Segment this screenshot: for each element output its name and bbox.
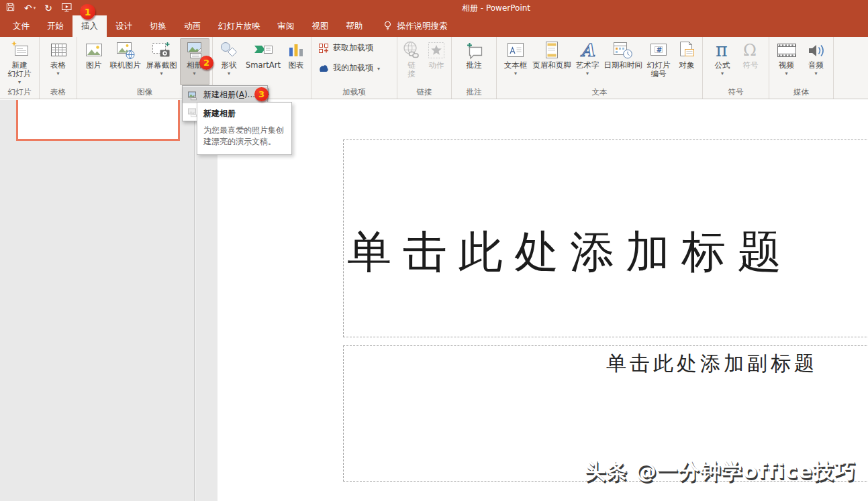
ribbon-tab-row: 文件开始插入设计切换动画幻灯片放映审阅视图帮助 操作说明搜索 (0, 15, 868, 37)
equation-icon: π (712, 40, 733, 61)
ribbon-button-my-addins[interactable]: 我的加载项▾ (318, 62, 380, 74)
tab-review[interactable]: 审阅 (269, 15, 303, 37)
redo-button[interactable]: ↻ (44, 3, 52, 13)
ribbon-button-label: 视频 (779, 61, 794, 70)
tooltip-title: 新建相册 (203, 108, 285, 119)
wordart-icon: A (577, 40, 598, 61)
ribbon-button-pictures[interactable]: 图片 (81, 38, 107, 85)
ribbon-button-label: 艺术字 (576, 61, 599, 70)
group-label-tables: 表格 (40, 87, 77, 97)
ribbon-button-label: 动作 (429, 61, 444, 70)
quick-access-toolbar: ↶▾ ↻ ▾ (5, 1, 84, 14)
action-icon (426, 40, 447, 61)
ribbon-button-action: 动作 (424, 38, 449, 85)
dropdown-caret-icon: ▾ (721, 71, 724, 76)
tab-view[interactable]: 视图 (303, 15, 338, 37)
ribbon-button-shapes[interactable]: 形状▾ (215, 38, 243, 85)
ribbon-button-video[interactable]: 视频▾ (772, 38, 802, 85)
my-addin-icon (318, 63, 329, 74)
ribbon-group-media: 视频▾音频▾媒体 (769, 37, 834, 99)
ribbon-button-label: SmartArt (246, 61, 281, 70)
audio-icon (806, 40, 827, 61)
ribbon-button-label: 页眉和页脚 (532, 61, 571, 70)
annotation-badge-2: 2 (199, 56, 213, 70)
ribbon-button-label: 屏幕截图 (146, 61, 177, 70)
tab-design[interactable]: 设计 (107, 15, 141, 37)
svg-text:#: # (657, 46, 662, 54)
annotation-badge-1: 1 (80, 4, 95, 19)
ribbon-button-audio[interactable]: 音频▾ (802, 38, 831, 85)
ribbon-button-online-pictures[interactable]: 联机图片 (107, 38, 144, 85)
slide-canvas[interactable]: 单击此处添加标题 单击此处添加副标题 (218, 100, 868, 501)
ribbon-group-slides: 新建幻灯片▾幻灯片 (0, 37, 40, 99)
undo-icon: ↶ (24, 3, 32, 13)
ribbon-button-slide-number[interactable]: #幻灯片编号 (643, 38, 674, 85)
online-picture-icon (115, 40, 136, 61)
ribbon-button-equation[interactable]: π公式▾ (708, 38, 737, 85)
svg-text:A: A (580, 40, 595, 60)
tell-me-search[interactable]: 操作说明搜索 (383, 15, 448, 37)
slide-editor-area: 单击此处添加标题 单击此处添加副标题 (195, 100, 868, 501)
tell-me-label: 操作说明搜索 (397, 21, 448, 32)
lightbulb-icon (383, 20, 393, 33)
new-photo-album-icon (187, 90, 198, 101)
ribbon-button-date-time[interactable]: 日期和时间 (603, 38, 643, 85)
object-icon (676, 40, 697, 61)
tab-file[interactable]: 文件 (4, 15, 38, 37)
ribbon-button-comment[interactable]: 批注 (459, 38, 489, 85)
subtitle-placeholder-text: 单击此处添加副标题 (606, 350, 818, 378)
slide-thumbnail-panel (0, 100, 195, 501)
ribbon-button-table[interactable]: 表格▾ (42, 38, 75, 85)
shapes-icon (218, 40, 240, 61)
ribbon-button-header-footer[interactable]: 页眉和页脚 (532, 38, 572, 85)
start-slideshow-icon (61, 2, 73, 14)
dropdown-caret-icon: ▾ (18, 80, 21, 85)
watermark: 头条 @一分钟学office技巧 (585, 457, 856, 486)
tab-animations[interactable]: 动画 (175, 15, 209, 37)
group-label-text: 文本 (497, 87, 702, 97)
slide-thumbnail[interactable] (16, 100, 180, 141)
ribbon-button-chart[interactable]: 图表 (283, 38, 309, 85)
ribbon-button-label: 表格 (50, 61, 66, 70)
tab-home[interactable]: 开始 (38, 15, 73, 37)
group-label-media: 媒体 (769, 87, 833, 97)
dropdown-caret-icon: ▾ (160, 71, 162, 76)
save-button[interactable] (5, 2, 15, 13)
tab-transitions[interactable]: 切换 (141, 15, 175, 37)
ribbon-button-label: 我的加载项 (333, 62, 373, 74)
powerpoint-window: ↶▾ ↻ ▾ 相册 - PowerPoint 文件开始插入设计切换动画幻灯片放映… (0, 0, 868, 501)
screenshot-icon (151, 40, 173, 61)
ribbon-button-get-addins[interactable]: 获取加载项 (318, 42, 380, 54)
ribbon-button-smartart[interactable]: SmartArt (243, 38, 283, 85)
new-photo-album-tooltip: 新建相册 为您最喜爱的照片集创建漂亮的演示文稿。 (197, 102, 292, 155)
ribbon-button-label: 对象 (679, 61, 695, 70)
ribbon-button-text-box[interactable]: 文本框▾ (499, 38, 532, 85)
dropdown-caret-icon: ▾ (586, 71, 589, 76)
ribbon-button-label: 幻灯片编号 (647, 61, 671, 78)
comment-icon (463, 40, 485, 61)
group-label-comments: 批注 (452, 87, 496, 97)
tooltip-body: 为您最喜爱的照片集创建漂亮的演示文稿。 (203, 125, 285, 148)
save-icon (5, 2, 15, 13)
redo-icon: ↻ (44, 3, 52, 13)
ribbon-button-symbol: Ω符号 (737, 38, 764, 85)
menu-item-new-photo-album-label: 新建相册(A)... (203, 89, 255, 101)
tab-slideshow[interactable]: 幻灯片放映 (209, 15, 269, 37)
ribbon-button-screenshot[interactable]: 屏幕截图▾ (144, 38, 180, 85)
start-slideshow-button[interactable] (61, 2, 73, 14)
dropdown-caret-icon: ▾ (785, 71, 787, 76)
ribbon-button-object[interactable]: 对象 (674, 38, 700, 85)
text-box-icon (505, 40, 526, 61)
tab-help[interactable]: 帮助 (338, 15, 372, 37)
ribbon-button-new-slide[interactable]: 新建幻灯片▾ (1, 38, 38, 85)
table-icon (48, 40, 69, 61)
undo-caret-icon: ▾ (34, 3, 36, 13)
picture-icon (83, 40, 105, 61)
ribbon-button-wordart[interactable]: A艺术字▾ (572, 38, 603, 85)
svg-text:Ω: Ω (743, 41, 757, 60)
undo-button[interactable]: ↶▾ (24, 3, 36, 13)
ribbon-group-tables: 表格▾表格 (40, 37, 77, 99)
ribbon-button-label: 获取加载项 (333, 42, 373, 54)
group-label-links: 链接 (397, 87, 451, 97)
window-title: 相册 - PowerPoint (462, 3, 530, 14)
